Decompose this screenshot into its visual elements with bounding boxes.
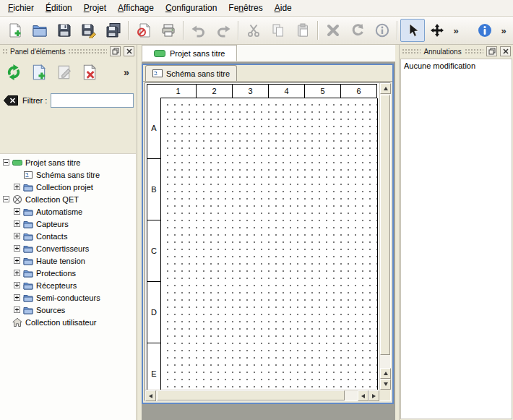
- tree-item-sources[interactable]: Sources: [0, 304, 136, 316]
- row-header-A: A: [147, 98, 161, 159]
- expand-icon[interactable]: [14, 184, 20, 190]
- column-header-6: 6: [341, 84, 377, 98]
- tab-diagram[interactable]: Schéma sans titre: [145, 65, 237, 81]
- clear-filter-button[interactable]: [3, 95, 19, 106]
- undo-button[interactable]: [186, 19, 211, 42]
- edit-element-button[interactable]: [53, 61, 76, 84]
- open-project-button[interactable]: [27, 19, 52, 42]
- scroll-left-button-alt[interactable]: [358, 390, 368, 401]
- select-mode-button[interactable]: [400, 19, 425, 42]
- element-info-button[interactable]: [370, 19, 395, 42]
- main-toolbar: »»: [0, 17, 513, 45]
- grid-dots[interactable]: [161, 98, 378, 390]
- expand-icon[interactable]: [14, 294, 20, 301]
- menu-aide[interactable]: Aide: [269, 0, 298, 16]
- close-icon: [502, 48, 509, 55]
- tree-item-capteurs[interactable]: Capteurs: [0, 218, 136, 230]
- row-header-C: C: [147, 220, 161, 282]
- copy-button[interactable]: [266, 19, 290, 42]
- redo-button[interactable]: [211, 19, 236, 42]
- menu-fenetres[interactable]: Fenêtres: [223, 0, 268, 16]
- tree-item-label: Haute tension: [36, 257, 85, 265]
- float-panel-button[interactable]: [110, 46, 121, 56]
- paste-button[interactable]: [290, 19, 315, 42]
- expand-icon[interactable]: [14, 257, 20, 264]
- about-button[interactable]: [473, 19, 497, 42]
- close-undo-button[interactable]: [500, 46, 511, 56]
- menu-projet[interactable]: Projet: [78, 0, 112, 16]
- dock-grip[interactable]: [402, 48, 421, 55]
- horizontal-scrollbar[interactable]: [145, 390, 379, 400]
- tree-item-convertisseurs[interactable]: Convertisseurs: [0, 242, 136, 254]
- new-document-icon: [7, 22, 23, 38]
- dock-grip[interactable]: [465, 48, 483, 55]
- close-panel-button[interactable]: [124, 46, 134, 56]
- help-overflow-button[interactable]: »: [497, 19, 510, 42]
- dock-grip[interactable]: [68, 48, 107, 55]
- tree-item-automatisme[interactable]: Automatisme: [0, 205, 136, 218]
- expand-icon[interactable]: [14, 208, 20, 215]
- vertical-scrollbar[interactable]: [379, 83, 390, 390]
- tree-item-schema-sans-titre[interactable]: Schéma sans titre: [0, 168, 136, 181]
- expand-icon[interactable]: [14, 270, 20, 276]
- cut-button[interactable]: [241, 19, 266, 42]
- horizontal-scroll-thumb[interactable]: [157, 390, 345, 400]
- tab-project[interactable]: Projet sans titre: [142, 45, 237, 61]
- column-header-2: 2: [197, 84, 233, 98]
- expand-icon[interactable]: [14, 233, 20, 239]
- new-element-button[interactable]: [27, 61, 51, 84]
- close-project-button[interactable]: [132, 19, 156, 42]
- menu-configuration[interactable]: Configuration: [160, 0, 223, 16]
- diagram-canvas[interactable]: 123456 ABCDE: [145, 83, 379, 390]
- filter-input[interactable]: [51, 93, 134, 108]
- tree-item-contacts[interactable]: Contacts: [0, 230, 136, 242]
- scroll-up-button[interactable]: [380, 83, 391, 94]
- diagram-icon: [23, 170, 33, 180]
- print-button[interactable]: [156, 19, 181, 42]
- save-icon: [56, 22, 72, 38]
- save-project-as-button[interactable]: [77, 19, 101, 42]
- tree-item-label: Collection QET: [25, 195, 79, 204]
- tree-item-protections[interactable]: Protections: [0, 267, 136, 279]
- menu-fichier[interactable]: Fichier: [2, 0, 40, 16]
- tree-item-collection-qet[interactable]: Collection QET: [0, 193, 136, 205]
- panel-overflow-button[interactable]: »: [120, 61, 133, 84]
- tree-item-haute-tension[interactable]: Haute tension: [0, 254, 136, 267]
- svg-text:»: »: [124, 67, 129, 78]
- new-project-button[interactable]: [3, 19, 27, 42]
- scroll-mode-button[interactable]: [425, 19, 449, 42]
- menu-affichage[interactable]: Affichage: [112, 0, 160, 16]
- reload-icon: [5, 64, 22, 81]
- scroll-down-button[interactable]: [380, 379, 391, 390]
- collapse-icon[interactable]: [3, 159, 9, 166]
- rotate-button[interactable]: [345, 19, 370, 42]
- scroll-up-button-alt[interactable]: [380, 368, 391, 379]
- tree-item-label: Projet sans titre: [25, 158, 80, 167]
- expand-icon[interactable]: [14, 282, 20, 288]
- collapse-icon[interactable]: [3, 196, 9, 202]
- reload-collections-button[interactable]: [2, 61, 25, 84]
- tree-item-projet-sans-titre[interactable]: Projet sans titre: [0, 156, 136, 168]
- vertical-scroll-thumb[interactable]: [380, 95, 390, 355]
- edit-element-icon: [56, 64, 73, 81]
- scroll-left-button[interactable]: [145, 390, 156, 401]
- save-all-button[interactable]: [101, 19, 126, 42]
- tree-item-recepteurs[interactable]: Récepteurs: [0, 279, 136, 291]
- dock-grip[interactable]: [2, 48, 7, 55]
- scroll-right-button[interactable]: [368, 390, 379, 401]
- expand-icon[interactable]: [14, 307, 20, 313]
- toolbar-overflow-button[interactable]: »: [449, 19, 462, 42]
- tree-item-semi-conducteurs[interactable]: Semi-conducteurs: [0, 291, 136, 304]
- tree-item-label: Schéma sans titre: [36, 171, 100, 179]
- delete-button[interactable]: [321, 19, 345, 42]
- menu-edition[interactable]: Édition: [40, 0, 78, 16]
- new-element-icon: [30, 64, 48, 81]
- delete-element-button[interactable]: [78, 61, 101, 84]
- undo-list[interactable]: Aucune modification: [400, 59, 512, 419]
- expand-icon[interactable]: [14, 220, 20, 227]
- expand-icon[interactable]: [14, 245, 20, 252]
- float-undo-button[interactable]: [486, 46, 497, 56]
- tree-item-collection-projet[interactable]: Collection projet: [0, 181, 136, 193]
- tree-item-collection-utilisateur[interactable]: Collection utilisateur: [0, 316, 136, 328]
- save-project-button[interactable]: [52, 19, 77, 42]
